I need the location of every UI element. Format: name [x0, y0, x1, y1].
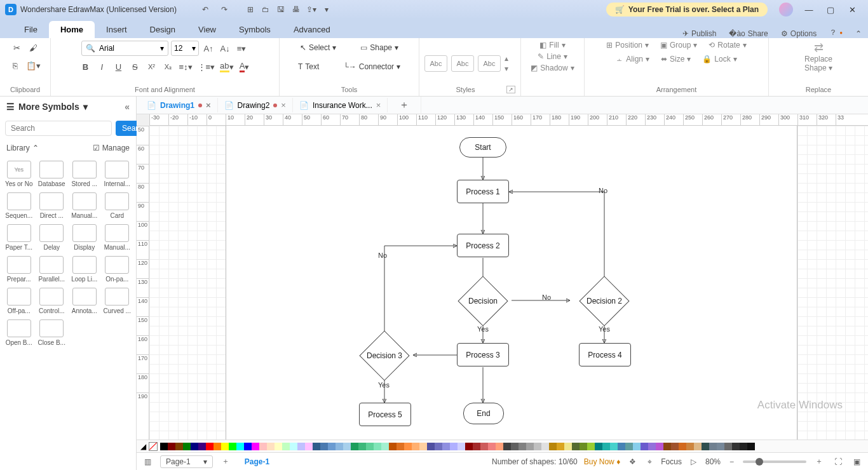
color-swatch[interactable]	[747, 443, 755, 450]
shape-item[interactable]: Delay	[37, 222, 67, 253]
open-file-icon[interactable]: 🗀	[258, 2, 273, 17]
options-button[interactable]: ⚙ Options	[775, 29, 823, 38]
color-swatch[interactable]	[496, 443, 503, 450]
color-swatch[interactable]	[366, 443, 374, 450]
color-swatch[interactable]	[275, 443, 282, 450]
format-painter-button[interactable]: 🖌	[27, 41, 41, 55]
publish-button[interactable]: ✈ Publish	[676, 29, 722, 38]
shape-item[interactable]: On-pa...	[102, 254, 133, 285]
align-option[interactable]: ⫠ Align▾	[616, 55, 649, 64]
maximize-button[interactable]: ▢	[820, 5, 841, 15]
color-swatch[interactable]	[358, 443, 366, 450]
menu-tab-insert[interactable]: Insert	[95, 21, 139, 38]
presentation-icon[interactable]: ▷	[688, 457, 699, 466]
node-end[interactable]: End	[463, 403, 504, 424]
node-process-3[interactable]: Process 3	[457, 343, 509, 366]
color-swatch[interactable]	[168, 443, 175, 450]
color-swatch[interactable]	[336, 443, 343, 450]
color-swatch[interactable]	[541, 443, 549, 450]
color-swatch[interactable]	[236, 443, 244, 450]
shape-tool[interactable]: ▭ Shape ▾	[355, 41, 404, 55]
style-preset-3[interactable]: Abc	[478, 55, 501, 72]
eyedropper-icon[interactable]: ◢	[140, 442, 146, 451]
color-swatch[interactable]	[671, 443, 679, 450]
trial-banner[interactable]: 🛒 Your Free Trial is over. Select a Plan	[606, 3, 768, 17]
color-swatch[interactable]	[740, 443, 747, 450]
page-selector[interactable]: Page-1▾	[160, 455, 213, 468]
color-swatch[interactable]	[198, 443, 206, 450]
highlight-button[interactable]: ab▾	[219, 60, 234, 74]
strikethrough-button[interactable]: S	[128, 60, 142, 74]
color-swatch[interactable]	[511, 443, 519, 450]
group-option[interactable]: ▣ Group▾	[660, 41, 697, 50]
close-button[interactable]: ✕	[841, 5, 863, 15]
align-button[interactable]: ≡▾	[234, 41, 248, 55]
layers-icon[interactable]: ❖	[627, 457, 639, 466]
node-start[interactable]: Start	[459, 137, 506, 158]
menu-tab-design[interactable]: Design	[139, 21, 187, 38]
color-swatch[interactable]	[381, 443, 389, 450]
color-swatch[interactable]	[519, 443, 526, 450]
user-avatar[interactable]	[779, 3, 793, 17]
menu-tab-symbols[interactable]: Symbols	[227, 21, 282, 38]
line-spacing-button[interactable]: ≡↕▾	[177, 60, 193, 74]
share-button[interactable]: �ào Share	[722, 29, 774, 38]
color-swatch[interactable]	[458, 443, 465, 450]
color-swatch[interactable]	[724, 443, 732, 450]
focus-target-icon[interactable]: ⌖	[645, 457, 654, 466]
color-swatch[interactable]	[427, 443, 435, 450]
color-swatch[interactable]	[412, 443, 419, 450]
minimize-button[interactable]: —	[798, 5, 820, 15]
text-tool[interactable]: T Text	[292, 60, 325, 74]
menu-tab-advanced[interactable]: Advanced	[282, 21, 342, 38]
color-swatch[interactable]	[450, 443, 458, 450]
shape-item[interactable]: Direct ...	[37, 191, 67, 221]
color-swatch[interactable]	[343, 443, 351, 450]
buy-now-link[interactable]: Buy Now ♦	[584, 457, 621, 466]
menu-tab-view[interactable]: View	[187, 21, 227, 38]
collapse-ribbon-button[interactable]: ⌃	[849, 29, 868, 38]
page-list-button[interactable]: ▥	[142, 457, 154, 466]
color-swatch[interactable]	[534, 443, 541, 450]
color-swatch[interactable]	[663, 443, 671, 450]
color-swatch[interactable]	[252, 443, 259, 450]
color-swatch[interactable]	[305, 443, 313, 450]
doc-tab[interactable]: 📄Insurance Work...×	[293, 98, 388, 112]
color-swatch[interactable]	[320, 443, 328, 450]
color-swatch[interactable]	[564, 443, 572, 450]
shape-item[interactable]: Close B...	[37, 318, 67, 348]
shape-item[interactable]: Prepar...	[4, 254, 34, 285]
symbol-search-input[interactable]	[5, 121, 112, 136]
fit-page-button[interactable]: ⛶	[832, 457, 844, 466]
manage-library-button[interactable]: ☑ Manage	[93, 144, 130, 152]
line-option[interactable]: ✎ Line ▾	[538, 52, 567, 61]
italic-button[interactable]: I	[95, 60, 109, 74]
library-toggle[interactable]: Library ⌃	[6, 144, 39, 152]
color-swatch[interactable]	[297, 443, 305, 450]
color-swatch[interactable]	[648, 443, 656, 450]
shadow-option[interactable]: ◩ Shadow ▾	[531, 64, 574, 72]
redo-button[interactable]: ↷	[217, 5, 231, 14]
menu-tab-file[interactable]: File	[13, 21, 49, 38]
color-swatch[interactable]	[229, 443, 236, 450]
copy-button[interactable]: ⎘	[8, 58, 22, 72]
color-swatch[interactable]	[473, 443, 480, 450]
export-icon[interactable]: ⇪▾	[304, 2, 319, 17]
bullets-button[interactable]: ⋮≡▾	[196, 60, 217, 74]
shape-item[interactable]: Off-pa...	[4, 286, 34, 316]
color-swatch[interactable]	[618, 443, 625, 450]
replace-shape-button[interactable]: Replace Shape ▾	[804, 55, 832, 72]
font-family-select[interactable]: 🔍 ▾	[81, 41, 168, 56]
style-preset-2[interactable]: Abc	[451, 55, 474, 72]
color-swatch[interactable]	[374, 443, 381, 450]
help-button[interactable]: ？●	[823, 27, 849, 38]
color-swatch[interactable]	[191, 443, 198, 450]
color-swatch[interactable]	[183, 443, 191, 450]
color-swatch[interactable]	[442, 443, 450, 450]
more-icon[interactable]: ▾	[319, 2, 334, 17]
shape-item[interactable]: Card	[102, 191, 133, 221]
shape-item[interactable]: Manual...	[102, 222, 133, 253]
color-swatch[interactable]	[732, 443, 740, 450]
style-scroll-up[interactable]: ▴	[505, 54, 508, 63]
color-swatch[interactable]	[702, 443, 709, 450]
